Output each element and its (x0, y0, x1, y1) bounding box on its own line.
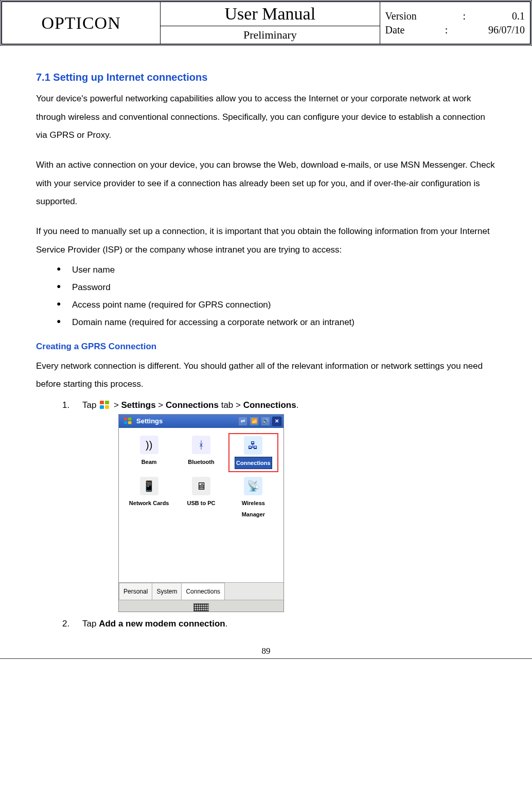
settings-item-bluetooth[interactable]: ᚼ Bluetooth (176, 433, 226, 472)
paragraph: With an active connection on your device… (36, 156, 496, 211)
device-screenshot: Settings ⇄ 📶 🔊 ✕ )) Beam ᚼ (118, 414, 284, 612)
network-cards-icon: 📱 (140, 477, 158, 495)
date-label: Date (385, 24, 405, 36)
tab-personal[interactable]: Personal (119, 583, 152, 600)
date-value: 96/07/10 (488, 24, 525, 36)
subsection-heading: Creating a GPRS Connection (36, 342, 496, 352)
tray-icons: ⇄ 📶 🔊 ✕ (238, 417, 283, 426)
document-header: OPTICON User Manual Version : 0.1 Date :… (2, 2, 530, 44)
doc-title: User Manual (161, 2, 380, 26)
close-icon[interactable]: ✕ (272, 417, 281, 426)
doc-meta: Version : 0.1 Date : 96/07/10 (380, 2, 530, 44)
titlebar-title: Settings (136, 415, 163, 428)
usb-to-pc-icon: 🖥 (192, 477, 210, 495)
step-2: Tap Add a new modem connection. (72, 615, 496, 633)
section-heading: 7.1 Setting up Internet connections (36, 71, 496, 83)
tab-system[interactable]: System (152, 583, 182, 600)
brand-name: OPTICON (2, 2, 161, 44)
list-item: User name (57, 261, 496, 279)
signal-icon[interactable]: 📶 (250, 417, 259, 426)
doc-subtitle: Preliminary (161, 26, 380, 44)
settings-item-beam[interactable]: )) Beam (124, 433, 174, 472)
connections-icon: 🖧 (244, 436, 262, 455)
windows-start-icon (100, 401, 110, 410)
wireless-manager-icon: 📡 (244, 477, 262, 495)
paragraph: Your device's powerful networking capabi… (36, 89, 496, 145)
settings-item-wireless-manager[interactable]: 📡 Wireless Manager (228, 474, 278, 523)
start-button[interactable]: Settings (119, 415, 166, 428)
settings-grid: )) Beam ᚼ Bluetooth 🖧 Connections 📱 Netw… (119, 428, 283, 582)
keyboard-icon[interactable] (193, 603, 209, 612)
list-item: Access point name (required for GPRS con… (57, 296, 496, 314)
footer-divider (0, 658, 532, 659)
connectivity-icon[interactable]: ⇄ (238, 417, 247, 426)
device-titlebar: Settings ⇄ 📶 🔊 ✕ (119, 415, 283, 428)
page-content: 7.1 Setting up Internet connections Your… (0, 46, 532, 641)
windows-start-icon (124, 418, 132, 425)
settings-item-connections[interactable]: 🖧 Connections (228, 433, 278, 472)
beam-icon: )) (140, 436, 158, 454)
sip-bar (119, 600, 283, 612)
page-number: 89 (0, 641, 532, 658)
tab-connections[interactable]: Connections (181, 583, 225, 600)
version-value: 0.1 (512, 10, 525, 22)
step-list: Tap > Settings > Connections tab > Conne… (36, 397, 496, 633)
info-bullet-list: User name Password Access point name (re… (57, 261, 496, 331)
paragraph: If you need to manually set up a connect… (36, 222, 496, 259)
settings-item-usb-to-pc[interactable]: 🖥 USB to PC (176, 474, 226, 523)
paragraph: Every network connection is different. Y… (36, 357, 496, 393)
bluetooth-icon: ᚼ (192, 436, 210, 454)
list-item: Domain name (required for accessing a co… (57, 314, 496, 331)
device-tabbar: Personal System Connections (119, 582, 283, 600)
settings-item-network-cards[interactable]: 📱 Network Cards (124, 474, 174, 523)
step-1: Tap > Settings > Connections tab > Conne… (72, 397, 496, 612)
volume-icon[interactable]: 🔊 (261, 417, 270, 426)
version-label: Version (385, 10, 417, 22)
list-item: Password (57, 279, 496, 296)
